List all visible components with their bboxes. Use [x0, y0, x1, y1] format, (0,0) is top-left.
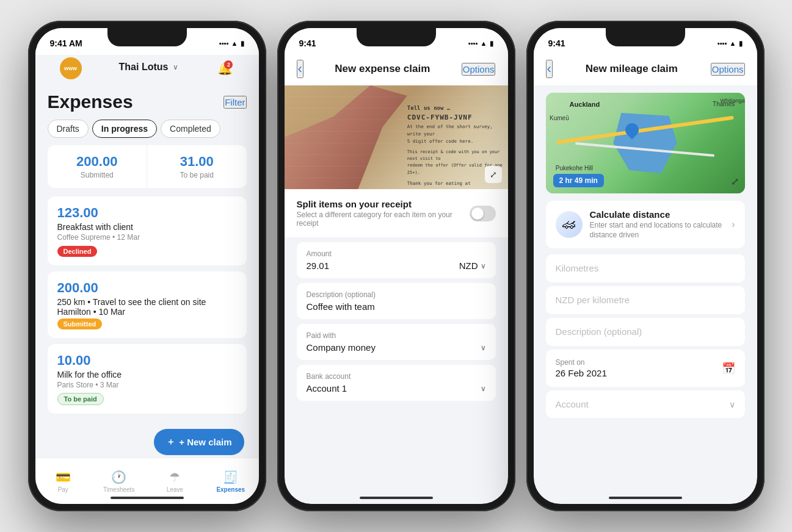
plus-icon: ＋: [166, 436, 175, 448]
phone-expenses-list: 9:41 AM ▪▪▪▪ ▲ ▮ www Thai Lotus ∨ 🔔 2: [28, 21, 266, 511]
toggle-thumb: [471, 207, 484, 220]
submitted-label: Submitted: [57, 171, 137, 179]
notch-2: [357, 28, 436, 46]
tab-in-progress[interactable]: In progress: [92, 120, 157, 138]
home-indicator-2: [360, 497, 433, 499]
notification-bell[interactable]: 🔔 2: [216, 59, 234, 77]
nav-expenses-label: Expenses: [216, 486, 245, 493]
expense-amount-2: 200.00: [57, 280, 237, 296]
expense-sub-1: Coffee Supreme • 12 Mar: [57, 233, 237, 242]
expense-desc-2: 250 km • Travel to see the client on sit…: [57, 297, 237, 317]
status-time-1: 9:41 AM: [50, 38, 82, 48]
status-time-2: 9:41: [299, 38, 316, 48]
mileage-form: Kilometres NZD per kilometre Description…: [534, 254, 757, 418]
account-field[interactable]: Account ∨: [546, 390, 745, 418]
calc-distance-subtitle: Enter start and end locations to calcula…: [590, 221, 725, 240]
expense-tabs: Drafts In progress Completed: [35, 120, 259, 145]
bank-account-label: Bank account: [307, 372, 486, 381]
split-label: Split items on your receipt: [297, 199, 470, 209]
to-be-paid-amount: 31.00: [157, 154, 237, 170]
expense-badge-1: Declined: [57, 246, 98, 257]
notch-3: [606, 28, 685, 46]
account-row: Account ∨: [556, 399, 735, 409]
paid-with-field[interactable]: Paid with Company money ∨: [297, 324, 496, 360]
claim-header: ‹ New expense claim Options: [285, 55, 508, 85]
new-claim-button[interactable]: ＋ + New claim: [154, 429, 244, 455]
filter-button[interactable]: Filter: [223, 96, 246, 109]
amount-field[interactable]: Amount 29.01 NZD ∨: [297, 242, 496, 278]
expense-badge-3: To be paid: [57, 393, 104, 405]
nav-expenses[interactable]: 🧾 Expenses: [203, 458, 259, 504]
map-view[interactable]: Auckland Pukekohe Hill Thames Kumeū Whit…: [546, 93, 745, 193]
back-button[interactable]: ‹: [297, 60, 303, 78]
description-field[interactable]: Description (optional) Coffee with team: [297, 283, 496, 319]
expense-item-3[interactable]: 10.00 Milk for the office Paris Store • …: [48, 344, 247, 414]
page-title-row: Expenses Filter: [35, 87, 259, 120]
description-value[interactable]: Coffee with team: [307, 301, 486, 312]
expense-amount-3: 10.00: [57, 353, 237, 368]
mileage-back-button[interactable]: ‹: [546, 60, 553, 78]
expense-item-2[interactable]: 200.00 250 km • Travel to see the client…: [48, 271, 247, 338]
paid-with-chevron-icon: ∨: [481, 343, 486, 352]
company-avatar[interactable]: www: [60, 57, 82, 79]
status-time-3: 9:41: [548, 38, 565, 48]
options-button[interactable]: Options: [462, 63, 496, 76]
bank-account-chevron-icon: ∨: [481, 384, 486, 393]
currency-value: NZD: [459, 261, 478, 271]
account-chevron-icon: ∨: [729, 400, 735, 409]
page-title: Expenses: [48, 92, 133, 112]
expense-amount-1: 123.00: [57, 205, 237, 221]
map-label-auckland: Auckland: [570, 101, 600, 108]
currency-chevron-icon: ∨: [481, 262, 486, 270]
expense-item-1[interactable]: 123.00 Breakfast with client Coffee Supr…: [48, 196, 247, 265]
home-indicator-1: [111, 497, 184, 499]
expense-desc-1: Breakfast with client: [57, 222, 237, 232]
amount-value[interactable]: 29.01: [307, 261, 330, 271]
spent-on-field[interactable]: Spent on 26 Feb 2021 📅: [546, 350, 745, 387]
home-indicator-3: [609, 497, 682, 499]
tab-drafts[interactable]: Drafts: [48, 120, 89, 138]
company-chevron-icon: ∨: [173, 63, 178, 71]
nzd-per-km-field[interactable]: NZD per kilometre: [546, 286, 745, 314]
bank-account-row: Account 1 ∨: [307, 383, 486, 394]
signal-icon: ▪▪▪▪: [219, 40, 229, 47]
mileage-options-button[interactable]: Options: [711, 63, 745, 76]
map-label-whitianga: Whitianga: [720, 98, 744, 104]
signal-icon-3: ▪▪▪▪: [718, 40, 727, 47]
stat-submitted: 200.00 Submitted: [48, 145, 148, 188]
nav-leave-label: Leave: [167, 486, 183, 493]
mileage-title: New mileage claim: [586, 63, 678, 75]
timesheets-icon: 🕐: [111, 470, 126, 484]
expense-list: 123.00 Breakfast with client Coffee Supr…: [35, 196, 259, 414]
phone-new-mileage-claim: 9:41 ▪▪▪▪ ▲ ▮ ‹ New mileage claim Option…: [526, 21, 765, 511]
map-expand-icon[interactable]: ⤢: [731, 176, 739, 187]
split-sublabel: Select a different category for each ite…: [297, 210, 470, 228]
mileage-description-label: Description (optional): [556, 326, 642, 337]
calculate-distance-card[interactable]: 🏎 Calculate distance Enter start and end…: [546, 201, 745, 248]
tab-completed[interactable]: Completed: [161, 120, 220, 138]
expense-badge-2: Submitted: [57, 318, 103, 329]
mileage-description-field[interactable]: Description (optional): [546, 318, 745, 346]
leave-icon: ☂: [169, 470, 180, 484]
nav-pay[interactable]: 💳 Pay: [35, 458, 92, 504]
status-icons-3: ▪▪▪▪ ▲ ▮: [718, 40, 743, 48]
amount-row: 29.01 NZD ∨: [307, 261, 486, 271]
bank-account-value: Account 1: [307, 383, 347, 394]
pay-icon: 💳: [56, 470, 71, 484]
bank-account-field[interactable]: Bank account Account 1 ∨: [297, 365, 496, 401]
kilometres-field[interactable]: Kilometres: [546, 254, 745, 282]
calendar-icon[interactable]: 📅: [722, 362, 735, 375]
split-toggle[interactable]: [470, 206, 495, 221]
status-icons-2: ▪▪▪▪ ▲ ▮: [468, 40, 493, 48]
wifi-icon: ▲: [231, 40, 238, 47]
phone-new-expense-claim: 9:41 ▪▪▪▪ ▲ ▮ ‹ New expense claim Option…: [277, 21, 515, 511]
battery-icon-2: ▮: [490, 40, 493, 48]
submitted-amount: 200.00: [57, 154, 137, 170]
spent-on-value: 26 Feb 2021: [556, 368, 607, 378]
receipt-image[interactable]: Tell us now … CDVC-FYWB-JVNF At the end …: [285, 85, 508, 189]
currency-selector[interactable]: NZD ∨: [459, 261, 486, 271]
account-label: Account: [556, 399, 589, 409]
expand-icon[interactable]: ⤢: [485, 166, 502, 183]
company-selector[interactable]: Thai Lotus ∨: [119, 62, 179, 73]
spent-on-row: Spent on 26 Feb 2021 📅: [556, 358, 735, 378]
